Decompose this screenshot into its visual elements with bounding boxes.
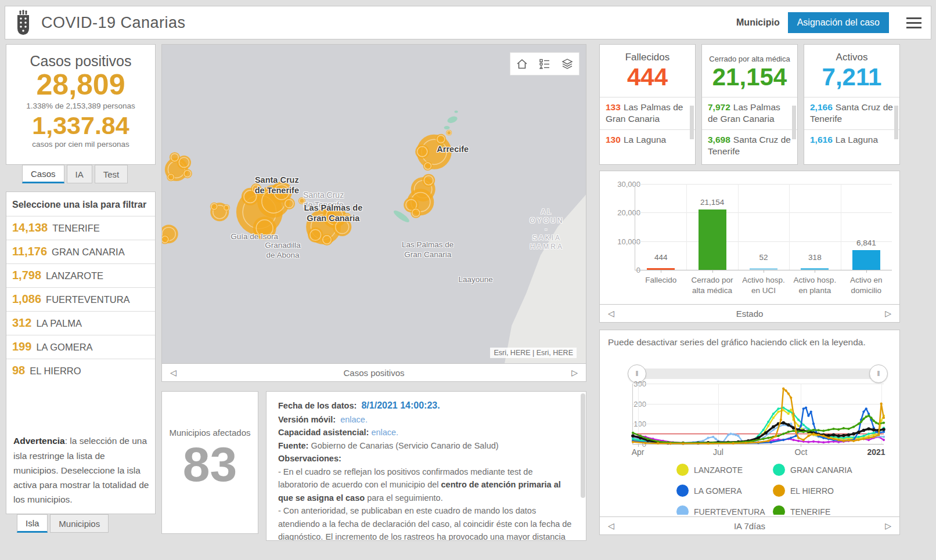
data-date-value: 8/1/2021 14:00:23. — [361, 400, 440, 410]
map-toolbar — [510, 53, 579, 75]
data-point — [797, 437, 800, 439]
estado-footer-label: Estado — [736, 309, 764, 319]
card-row[interactable]: 2,166Santa Cruz de Tenerife — [804, 97, 899, 129]
data-point — [707, 442, 710, 445]
bar-value-label: 444 — [635, 253, 686, 262]
legend-list-icon[interactable] — [538, 57, 551, 70]
data-point — [852, 432, 855, 436]
data-point — [707, 437, 710, 439]
data-point — [805, 407, 807, 409]
nav-tab-asignacion-del-caso[interactable]: Asignación del caso — [788, 12, 889, 33]
list-item-el-hierro[interactable]: 98EL HIERRO — [6, 359, 155, 382]
list-item-fuerteventura[interactable]: 1,086FUERTEVENTURA — [6, 287, 155, 311]
affected-municipalities-label: Municipios afectados — [162, 428, 258, 438]
data-point — [818, 440, 820, 443]
legend-item-el-hierro[interactable]: EL HIERRO — [773, 485, 834, 497]
card-row[interactable]: 3,698Santa Cruz de Tenerife — [702, 129, 797, 161]
data-point — [877, 433, 880, 436]
data-point — [862, 429, 866, 432]
time-range-slider[interactable]: ‖ ‖ — [632, 368, 883, 379]
data-point — [787, 413, 790, 415]
data-point — [858, 436, 860, 438]
data-point — [767, 440, 769, 442]
legend-item-tenerife[interactable]: TENERIFE — [773, 505, 830, 515]
data-point — [827, 440, 830, 443]
data-point — [782, 388, 784, 390]
data-date-line: Fecha de los datos: 8/1/2021 14:00:23. — [278, 399, 574, 413]
tab-casos[interactable]: Casos — [22, 165, 64, 183]
data-point — [807, 435, 809, 437]
data-point — [867, 433, 870, 435]
next-arrow-icon[interactable]: ▷ — [571, 368, 578, 377]
data-point — [669, 442, 672, 445]
estado-footer-bar: ◁ Estado ▷ — [600, 304, 899, 322]
tab-municipios[interactable]: Municipios — [50, 514, 109, 533]
legend-dot — [773, 485, 785, 497]
data-point — [818, 433, 820, 436]
info-scrollbar[interactable] — [581, 393, 585, 498]
data-point — [852, 440, 855, 442]
list-item-la-palma[interactable]: 312LA PALMA — [6, 311, 155, 335]
tab-ia[interactable]: IA — [67, 165, 92, 183]
legend-item-la-gomera[interactable]: LA GOMERA — [676, 485, 741, 497]
bar-value-label: 21,154 — [686, 198, 737, 207]
data-point — [777, 407, 779, 410]
data-point — [777, 410, 779, 413]
data-point — [772, 425, 775, 429]
list-item-lanzarote[interactable]: 1,798LANZAROTE — [6, 263, 155, 287]
next-arrow-icon[interactable]: ▷ — [885, 521, 891, 530]
card-row[interactable]: 130La Laguna — [600, 129, 695, 150]
data-point — [812, 440, 815, 443]
data-point — [802, 407, 805, 410]
prev-arrow-icon[interactable]: ◁ — [608, 309, 614, 318]
capacity-line: Capacidad asistencial: enlace. — [278, 426, 574, 439]
legend-dot — [676, 464, 689, 476]
data-point — [782, 439, 784, 441]
card-row[interactable]: 133Las Palmas de Gran Canaria — [600, 97, 695, 129]
legend-dot — [676, 485, 689, 497]
bar-cerrado[interactable] — [699, 209, 726, 270]
prev-arrow-icon[interactable]: ◁ — [170, 368, 177, 377]
menu-icon[interactable] — [906, 17, 921, 28]
data-point — [787, 392, 790, 395]
bar-value-label: 318 — [789, 253, 840, 262]
map-canvas[interactable]: Santa Cruz de TenerifeSanta Cruz de Tene… — [162, 45, 586, 364]
layers-icon[interactable] — [561, 57, 574, 70]
data-point — [812, 433, 815, 435]
data-point — [812, 429, 815, 431]
home-icon[interactable] — [516, 57, 528, 70]
legend-item-fuerteventura[interactable]: FUERTEVENTURA — [676, 505, 765, 515]
slider-handle-right[interactable]: ‖ — [869, 364, 888, 383]
island-filter-header: Seleccione una isla para filtrar — [6, 192, 155, 216]
bar-activo-domicilio[interactable] — [852, 250, 880, 270]
card-scrollbar[interactable] — [792, 106, 796, 139]
list-item-gran-canaria[interactable]: 11,176GRAN CANARIA — [6, 240, 155, 263]
data-point — [732, 442, 735, 445]
legend-item-gran-canaria[interactable]: GRAN CANARIA — [773, 464, 852, 476]
card-row[interactable]: 7,972Las Palmas de Gran Canaria — [702, 97, 797, 129]
nav-tab-municipio[interactable]: Municipio — [736, 17, 780, 28]
observations-paragraph-2: - Con anterioridad, se publicaban en est… — [278, 504, 574, 541]
list-item-tenerife[interactable]: 14,138TENERIFE — [6, 216, 155, 240]
card-title: Activos — [804, 52, 899, 63]
card-row[interactable]: 1,616La Laguna — [804, 129, 899, 150]
tab-test[interactable]: Test — [95, 165, 128, 183]
card-scrollbar[interactable] — [690, 106, 694, 139]
card-value: 7,211 — [804, 63, 899, 91]
data-point — [837, 434, 840, 438]
legend-item-lanzarote[interactable]: LANZAROTE — [676, 464, 743, 476]
data-point — [732, 433, 735, 435]
list-item-la-gomera[interactable]: 199LA GOMERA — [6, 335, 155, 359]
data-point — [770, 441, 772, 443]
prev-arrow-icon[interactable]: ◁ — [608, 521, 614, 530]
capacity-link[interactable]: enlace. — [371, 428, 398, 437]
ia7-footer-bar: ◁ IA 7días ▷ — [600, 516, 899, 534]
data-point — [792, 429, 794, 432]
next-arrow-icon[interactable]: ▷ — [885, 309, 891, 318]
tab-isla[interactable]: Isla — [17, 514, 48, 533]
card-title: Fallecidos — [600, 52, 695, 63]
island-filter-panel: Seleccione una isla para filtrar 14,138T… — [6, 192, 156, 514]
legend-dot — [676, 505, 689, 515]
card-scrollbar[interactable] — [894, 106, 898, 139]
mobile-version-link[interactable]: enlace. — [340, 415, 368, 424]
